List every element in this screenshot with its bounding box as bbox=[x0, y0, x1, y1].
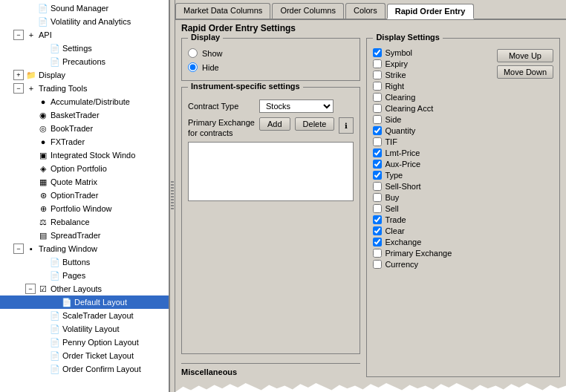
tree-item-order-ticket[interactable]: 📄Order Ticket Layout bbox=[0, 349, 169, 362]
checkbox-clear[interactable] bbox=[373, 226, 382, 235]
checkbox-aux-price[interactable] bbox=[373, 160, 382, 169]
tree-item-fxtrader[interactable]: ●FXTrader bbox=[0, 135, 169, 148]
checkbox-exchange[interactable] bbox=[373, 238, 382, 246]
tree-item-api[interactable]: −+API bbox=[0, 28, 169, 42]
splitter[interactable] bbox=[169, 0, 175, 392]
checkbox-label-quantity[interactable]: Quantity bbox=[385, 126, 415, 135]
tree-item-option-trader[interactable]: ⊛OptionTrader bbox=[0, 189, 169, 202]
tree-item-volatility-layout[interactable]: 📄Volatility Layout bbox=[0, 322, 169, 336]
tree-item-accumulate[interactable]: ●Accumulate/Distribute bbox=[0, 95, 169, 108]
checkbox-label-currency[interactable]: Currency bbox=[385, 260, 418, 269]
checkbox-label-lmt-price[interactable]: Lmt-Price bbox=[385, 148, 420, 157]
checkbox-right[interactable] bbox=[373, 82, 382, 91]
hide-radio[interactable] bbox=[188, 62, 198, 72]
misc-section: Miscellaneous bbox=[181, 363, 360, 377]
checkbox-label-clearing[interactable]: Clearing bbox=[385, 93, 415, 102]
show-radio-row[interactable]: Show bbox=[188, 46, 354, 60]
tree-item-volatility[interactable]: 📄Volatility and Analytics bbox=[0, 15, 169, 28]
hide-radio-row[interactable]: Hide bbox=[188, 60, 354, 74]
tree-label-other-layouts: Other Layouts bbox=[51, 283, 102, 295]
checkbox-currency[interactable] bbox=[373, 260, 382, 269]
tree-expand-api[interactable]: − bbox=[13, 30, 24, 40]
tree-item-buttons[interactable]: 📄Buttons bbox=[0, 255, 169, 269]
checkbox-label-clearing-acct[interactable]: Clearing Acct bbox=[385, 104, 433, 113]
checkbox-list: SymbolExpiryStrikeRightClearingClearing … bbox=[373, 48, 494, 369]
tree-item-portfolio[interactable]: ⊕Portfolio Window bbox=[0, 202, 169, 215]
check-row-side: Side bbox=[373, 114, 494, 125]
tree-item-rebalance[interactable]: ⚖Rebalance bbox=[0, 215, 169, 229]
move-up-button[interactable]: Move Up bbox=[497, 49, 553, 62]
tab-order-columns[interactable]: Order Columns bbox=[272, 3, 344, 19]
splitter-handle bbox=[171, 181, 174, 211]
checkbox-label-right[interactable]: Right bbox=[385, 82, 404, 91]
checkbox-label-tif[interactable]: TIF bbox=[385, 137, 397, 146]
tree-item-penny-layout[interactable]: 📄Penny Option Layout bbox=[0, 336, 169, 349]
checkbox-symbol[interactable] bbox=[373, 48, 382, 57]
tab-colors[interactable]: Colors bbox=[345, 3, 386, 19]
tree-item-pages[interactable]: 📄Pages bbox=[0, 269, 169, 282]
tree-expand-other-layouts[interactable]: − bbox=[25, 284, 36, 294]
checkbox-label-strike[interactable]: Strike bbox=[385, 71, 406, 79]
checkbox-tif[interactable] bbox=[373, 137, 382, 146]
tree-item-option-portfolio[interactable]: ◈Option Portfolio bbox=[0, 162, 169, 175]
checkbox-type[interactable] bbox=[373, 171, 382, 180]
tree-item-trading-tools[interactable]: −+Trading Tools bbox=[0, 82, 169, 95]
tree-item-order-confirm[interactable]: 📄Order Confirm Layout bbox=[0, 362, 169, 376]
display-options: Show Hide bbox=[188, 46, 354, 74]
move-down-button[interactable]: Move Down bbox=[497, 65, 553, 79]
hide-label[interactable]: Hide bbox=[202, 63, 219, 72]
checkbox-label-sell-short[interactable]: Sell-Short bbox=[385, 182, 420, 191]
checkbox-label-sell[interactable]: Sell bbox=[385, 204, 398, 213]
tree-item-quote-matrix[interactable]: ▦Quote Matrix bbox=[0, 175, 169, 189]
checkbox-label-type[interactable]: Type bbox=[385, 171, 403, 180]
checkbox-label-trade[interactable]: Trade bbox=[385, 215, 406, 224]
checkbox-quantity[interactable] bbox=[373, 126, 382, 135]
show-radio[interactable] bbox=[188, 48, 198, 58]
check-row-lmt-price: Lmt-Price bbox=[373, 148, 494, 158]
tree-expand-trading-window[interactable]: − bbox=[13, 244, 24, 254]
tree-item-default-layout[interactable]: 📄Default Layout bbox=[0, 295, 169, 309]
checkbox-label-primary-exchange[interactable]: Primary Exchange bbox=[385, 249, 452, 258]
tree-item-spread[interactable]: ▤SpreadTrader bbox=[0, 229, 169, 242]
tree-item-book[interactable]: ◎BookTrader bbox=[0, 122, 169, 135]
checkbox-side[interactable] bbox=[373, 115, 382, 124]
show-label[interactable]: Show bbox=[202, 49, 223, 58]
checkbox-label-clear[interactable]: Clear bbox=[385, 226, 404, 235]
checkbox-label-aux-price[interactable]: Aux-Price bbox=[385, 160, 420, 169]
add-button[interactable]: Add bbox=[259, 117, 290, 131]
tree-label-option-trader: OptionTrader bbox=[51, 189, 98, 201]
checkbox-buy[interactable] bbox=[373, 193, 382, 202]
tab-market-data[interactable]: Market Data Columns bbox=[175, 3, 270, 19]
checkbox-label-side[interactable]: Side bbox=[385, 115, 401, 124]
tree-item-precautions[interactable]: 📄Precautions bbox=[0, 55, 169, 68]
tree-item-sound-manager[interactable]: 📄Sound Manager bbox=[0, 1, 169, 15]
checkbox-clearing-acct[interactable] bbox=[373, 104, 382, 113]
checkbox-label-symbol[interactable]: Symbol bbox=[385, 48, 412, 57]
checkbox-primary-exchange[interactable] bbox=[373, 249, 382, 258]
checkbox-strike[interactable] bbox=[373, 71, 382, 79]
tree-item-scale-trader[interactable]: 📄ScaleTrader Layout bbox=[0, 309, 169, 322]
exchange-icon-btn[interactable]: ℹ bbox=[339, 117, 354, 134]
exchange-list-box[interactable] bbox=[188, 142, 354, 201]
tab-rapid-order[interactable]: Rapid Order Entry bbox=[387, 4, 474, 19]
checkbox-trade[interactable] bbox=[373, 215, 382, 224]
delete-button[interactable]: Delete bbox=[295, 117, 335, 131]
contract-type-select[interactable]: StocksFuturesOptionsForexBonds bbox=[259, 99, 334, 113]
checkbox-label-expiry[interactable]: Expiry bbox=[385, 59, 408, 68]
tree-item-basket[interactable]: ◉BasketTrader bbox=[0, 108, 169, 122]
checkbox-expiry[interactable] bbox=[373, 59, 382, 68]
tree-item-integrated[interactable]: ▣Integrated Stock Windo bbox=[0, 148, 169, 162]
tree-item-trading-window[interactable]: −▪Trading Window bbox=[0, 242, 169, 255]
tree-item-settings[interactable]: 📄Settings bbox=[0, 42, 169, 55]
tree-item-display[interactable]: +📁Display bbox=[0, 68, 169, 82]
checkbox-sell[interactable] bbox=[373, 204, 382, 213]
tree-expand-display[interactable]: + bbox=[13, 70, 24, 80]
checkbox-clearing[interactable] bbox=[373, 93, 382, 102]
checkbox-sell-short[interactable] bbox=[373, 182, 382, 191]
checkbox-lmt-price[interactable] bbox=[373, 148, 382, 157]
checkbox-label-buy[interactable]: Buy bbox=[385, 193, 399, 202]
checkbox-label-exchange[interactable]: Exchange bbox=[385, 238, 421, 246]
tree-item-other-layouts[interactable]: −☑Other Layouts bbox=[0, 282, 169, 295]
check-row-expiry: Expiry bbox=[373, 59, 494, 69]
tree-expand-trading-tools[interactable]: − bbox=[13, 83, 24, 94]
